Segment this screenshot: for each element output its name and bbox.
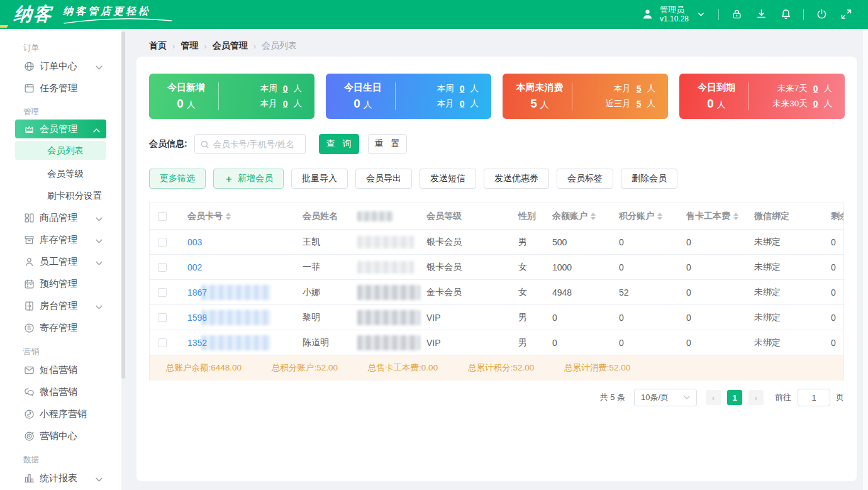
cell-balance: 4948 xyxy=(552,280,572,304)
sidebar-subitem-会员等级[interactable]: 会员等级 xyxy=(0,163,121,185)
toolbar-button-label: 会员标签 xyxy=(567,173,603,184)
toolbar-button-会员导出[interactable]: 会员导出 xyxy=(355,169,412,189)
stat-detail-value-link[interactable]: 0 xyxy=(283,99,288,109)
toolbar-button-发送优惠券[interactable]: 发送优惠券 xyxy=(484,169,549,189)
stat-detail-unit: 人 xyxy=(824,98,833,109)
stat-detail-value-link[interactable]: 0 xyxy=(813,84,818,94)
stat-detail-value-link[interactable]: 5 xyxy=(637,99,642,109)
download-icon[interactable] xyxy=(754,8,768,21)
stat-card-本周未消费[interactable]: 本周未消费5人本月5人近三月5人 xyxy=(503,74,668,119)
sidebar-item-商品管理[interactable]: 商品管理 xyxy=(0,207,121,229)
member-card-number-link[interactable]: 1598 xyxy=(187,313,207,323)
stat-card-今日生日[interactable]: 今日生日0人本周0人本月0人 xyxy=(326,74,491,119)
breadcrumb-item[interactable]: 首页 xyxy=(149,40,167,52)
breadcrumb-item[interactable]: 会员管理 xyxy=(213,40,248,52)
toolbar-button-批量导入[interactable]: 批量导入 xyxy=(291,169,348,189)
sidebar-item-任务管理[interactable]: 任务管理 xyxy=(0,77,121,99)
cell-points: 0 xyxy=(619,230,624,254)
sort-icon[interactable] xyxy=(591,213,596,220)
row-checkbox[interactable] xyxy=(158,263,167,272)
sidebar-item-统计报表[interactable]: 统计报表 xyxy=(0,467,121,489)
toolbar-button-更多筛选[interactable]: 更多筛选 xyxy=(149,169,206,189)
prev-page-button[interactable]: ‹ xyxy=(706,390,721,405)
next-page-button[interactable]: › xyxy=(748,390,764,405)
sidebar-item-营销中心[interactable]: 营销中心 xyxy=(0,425,121,447)
task-icon xyxy=(23,82,35,94)
table-row: 1867小娜金卡会员女4948520未绑定0 xyxy=(150,280,843,305)
stat-detail-unit: 人 xyxy=(647,98,656,109)
sort-icon[interactable] xyxy=(226,213,231,220)
sidebar-item-房台管理[interactable]: 房台管理 xyxy=(0,295,121,317)
summary-item: 总累计消费:52.00 xyxy=(564,362,630,374)
cell-value: 男 xyxy=(518,337,527,348)
brand-logo[interactable]: 纳客 xyxy=(0,2,53,27)
sidebar-item-库存管理[interactable]: 库存管理 xyxy=(0,229,121,251)
column-header-会员卡号: 会员卡号 xyxy=(187,203,231,229)
stat-detail-value-link[interactable]: 0 xyxy=(283,84,288,94)
select-all-checkbox[interactable] xyxy=(158,212,167,221)
cell-balance: 500 xyxy=(552,230,567,254)
toolbar-button-会员标签[interactable]: 会员标签 xyxy=(557,169,613,189)
stat-detail-value-link[interactable]: 0 xyxy=(460,99,465,109)
reset-button[interactable]: 重 置 xyxy=(368,134,407,154)
stat-detail-value-link[interactable]: 0 xyxy=(460,84,465,94)
window-scrollbar[interactable] xyxy=(863,29,868,490)
table-row: 002一菲银卡会员女100000未绑定0 xyxy=(150,255,843,280)
row-checkbox[interactable] xyxy=(158,238,167,247)
sidebar-item-寄存管理[interactable]: 寄寄存管理 xyxy=(0,317,121,339)
stat-card-今日到期[interactable]: 今日到期0人未来7天0人未来30天0人 xyxy=(679,74,845,119)
stat-card-details: 未来7天0人未来30天0人 xyxy=(772,83,832,109)
stat-card-今日新增[interactable]: 今日新增0人本周0人本月0人 xyxy=(149,74,314,119)
user-menu[interactable]: 管理员 v1.10.28 xyxy=(641,6,708,24)
cell-value: 0 xyxy=(619,313,624,323)
stat-card-details: 本月5人近三月5人 xyxy=(605,83,655,109)
sidebar-item-小程序营销[interactable]: 小程序营销 xyxy=(0,403,121,425)
app-window: 纳客 纳客管店更轻松 管理员 v1.10.28 xyxy=(0,0,868,490)
sidebar-item-员工管理[interactable]: 员工管理 xyxy=(0,251,121,273)
toolbar-button-发送短信[interactable]: 发送短信 xyxy=(420,169,476,189)
cell-points: 0 xyxy=(619,305,624,330)
pagination: 共 5 条 10条/页 ‹ 1 › 前往 页 xyxy=(600,389,844,406)
lock-icon[interactable] xyxy=(730,8,743,21)
table-header-row: 会员卡号会员姓名会员等级性别余额账户积分账户售卡工本费微信绑定剩余 xyxy=(150,203,843,230)
sort-icon[interactable] xyxy=(657,213,662,220)
stat-card-divider xyxy=(395,82,396,110)
member-search-input[interactable] xyxy=(213,140,300,149)
stat-card-details: 本周0人本月0人 xyxy=(260,83,302,109)
row-checkbox[interactable] xyxy=(158,313,167,322)
logo-text: 纳客 xyxy=(13,2,54,27)
sort-icon[interactable] xyxy=(733,213,738,220)
toolbar-button-新增会员[interactable]: ＋新增会员 xyxy=(213,169,284,189)
row-checkbox[interactable] xyxy=(158,288,167,297)
sidebar-subitem-刷卡积分设置[interactable]: 刷卡积分设置 xyxy=(0,185,121,207)
toolbar-button-label: 批量导入 xyxy=(302,173,337,184)
sidebar-item-会员管理[interactable]: 会员管理 xyxy=(15,120,106,138)
goto-page-input[interactable] xyxy=(798,389,830,406)
page-size-select[interactable]: 10条/页 xyxy=(634,389,697,406)
sidebar-item-短信营销[interactable]: 短信营销 xyxy=(0,359,121,381)
sidebar-item-预约管理[interactable]: 预约管理 xyxy=(0,273,121,295)
row-checkbox[interactable] xyxy=(158,338,167,347)
cell-value: 银卡会员 xyxy=(426,237,462,248)
sidebar-item-微信营销[interactable]: 微信营销 xyxy=(0,381,121,403)
cell-points: 0 xyxy=(619,330,624,355)
member-card-number-link[interactable]: 003 xyxy=(187,237,202,247)
sidebar-subitem-会员列表[interactable]: 会员列表 xyxy=(15,141,106,160)
member-card-number-link[interactable]: 1867 xyxy=(187,287,207,298)
stat-detail-value-link[interactable]: 0 xyxy=(813,99,818,109)
query-button[interactable]: 查 询 xyxy=(319,134,359,154)
cell-value: 未绑定 xyxy=(754,262,781,273)
member-card-number-link[interactable]: 1352 xyxy=(187,338,207,348)
bell-icon[interactable] xyxy=(779,8,793,21)
member-card-number-link[interactable]: 002 xyxy=(187,262,202,272)
page-number-1[interactable]: 1 xyxy=(727,390,742,405)
breadcrumb-item[interactable]: 管理 xyxy=(181,40,198,52)
stat-detail-value-link[interactable]: 5 xyxy=(637,84,642,94)
chevron-down-icon xyxy=(96,473,103,484)
sidebar-scrollbar[interactable] xyxy=(121,31,125,379)
fullscreen-icon[interactable] xyxy=(839,8,853,21)
stat-detail-label: 本周 xyxy=(437,83,454,94)
sidebar-item-订单中心[interactable]: 订单中心 xyxy=(0,55,121,77)
power-icon[interactable] xyxy=(815,8,828,21)
toolbar-button-删除会员[interactable]: 删除会员 xyxy=(621,169,677,189)
